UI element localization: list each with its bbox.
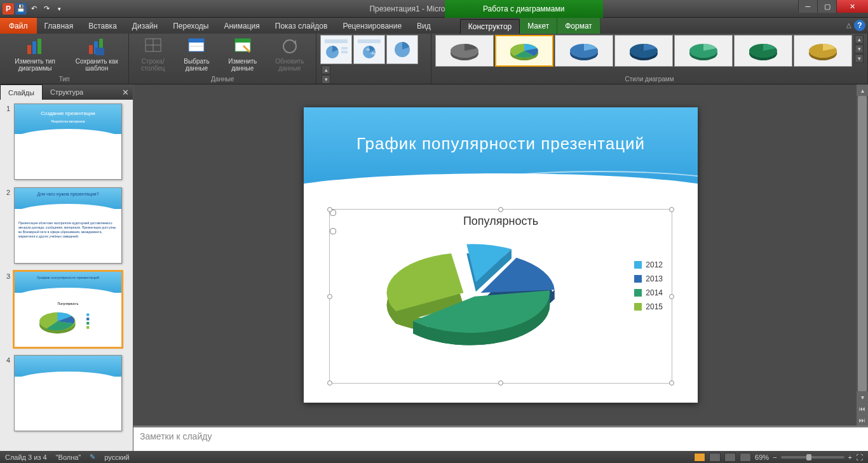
tab-view[interactable]: Вид xyxy=(409,18,438,34)
chart-style-6[interactable] xyxy=(734,35,792,67)
minimize-ribbon-icon[interactable]: △ xyxy=(846,22,851,29)
change-chart-type-button[interactable]: Изменить тип диаграммы xyxy=(4,35,66,73)
svg-rect-18 xyxy=(341,47,348,50)
chart-tools-contextual-label: Работа с диаграммами xyxy=(445,0,603,18)
chart-style-1[interactable] xyxy=(435,35,494,67)
select-data-label: Выбрать данные xyxy=(178,58,215,72)
maximize-button[interactable]: ▢ xyxy=(817,0,836,13)
slide-thumbnail-2[interactable]: Для чего нужна презентация? Презентация … xyxy=(14,187,122,264)
prev-slide-icon[interactable]: ⏮ xyxy=(857,403,868,414)
quick-access-toolbar: P 💾 ↶ ↷ ▾ xyxy=(0,3,65,15)
svg-rect-19 xyxy=(341,51,348,53)
tab-home[interactable]: Главная xyxy=(37,18,81,34)
language-indicator[interactable]: русский xyxy=(104,453,129,461)
minimize-button[interactable]: ─ xyxy=(798,0,817,13)
edit-data-icon xyxy=(233,36,253,57)
edit-data-button[interactable]: Изменить данные xyxy=(220,35,265,73)
save-as-template-button[interactable]: Сохранить как шаблон xyxy=(69,35,125,73)
chart-layout-2[interactable]: -%-% xyxy=(353,35,385,64)
slide-thumbnail-4[interactable] xyxy=(14,355,122,431)
chart-style-7[interactable] xyxy=(794,35,852,67)
thumb-number: 4 xyxy=(3,355,10,431)
tab-slideshow[interactable]: Показ слайдов xyxy=(268,18,336,34)
switch-rc-label: Строка/столбец xyxy=(135,58,170,72)
styles-more[interactable]: ▾ xyxy=(855,54,864,63)
sorter-view-button[interactable] xyxy=(709,453,721,462)
tab-design[interactable]: Дизайн xyxy=(125,18,165,34)
thumbnails-list[interactable]: 1 Создание презентации Разработка матери… xyxy=(0,100,133,451)
close-pane-icon[interactable]: ✕ xyxy=(122,88,129,97)
help-icon[interactable]: ? xyxy=(854,20,865,31)
slide-position: Слайд 3 из 4 xyxy=(5,453,47,461)
vertical-scrollbar[interactable]: ▴ ▾ ⏮ ⏭ xyxy=(857,84,868,426)
chart-layout-1[interactable] xyxy=(320,35,352,64)
slide-title[interactable]: График популярности презентаций xyxy=(304,134,698,154)
save-icon[interactable]: 💾 xyxy=(15,3,27,15)
styles-scroll-up[interactable]: ▴ xyxy=(855,35,864,44)
scroll-down-icon[interactable]: ▾ xyxy=(857,391,868,403)
slide-canvas[interactable]: График популярности презентаций Популярн… xyxy=(133,84,868,426)
notes-pane[interactable]: Заметки к слайду xyxy=(133,426,868,451)
tab-outline[interactable]: Структура xyxy=(43,84,91,100)
spell-check-icon[interactable]: ✎ xyxy=(90,453,95,461)
change-chart-type-label: Изменить тип диаграммы xyxy=(6,58,64,72)
app-icon[interactable]: P xyxy=(3,3,14,15)
zoom-in-button[interactable]: + xyxy=(848,453,852,461)
undo-icon[interactable]: ↶ xyxy=(28,3,39,15)
close-button[interactable]: ✕ xyxy=(836,0,868,13)
tab-chart-format[interactable]: Формат xyxy=(557,18,600,34)
zoom-slider[interactable] xyxy=(781,456,844,459)
window-controls: ─ ▢ ✕ xyxy=(798,0,868,13)
slideshow-view-button[interactable] xyxy=(740,453,751,462)
svg-text:-%: -% xyxy=(370,51,376,55)
reading-view-button[interactable] xyxy=(724,453,736,462)
tab-slides[interactable]: Слайды xyxy=(0,84,43,100)
svg-rect-0 xyxy=(27,45,31,54)
chart-layout-3[interactable] xyxy=(386,35,418,64)
ribbon-group-layouts: -%-% ▴ ▾ ▾ Макеты диаграмм xyxy=(316,34,431,84)
slide-thumbnail-3[interactable]: График популярности презентаций Популярн… xyxy=(14,271,122,347)
zoom-level[interactable]: 69% xyxy=(755,453,769,461)
fit-to-window-button[interactable]: ⛶ xyxy=(856,453,863,461)
redo-icon[interactable]: ↷ xyxy=(41,3,52,15)
group-label-data: Данные xyxy=(133,74,312,84)
ribbon: Изменить тип диаграммы Сохранить как шаб… xyxy=(0,34,868,84)
svg-rect-41 xyxy=(86,314,89,316)
chart-style-2[interactable] xyxy=(495,35,553,67)
tab-transitions[interactable]: Переходы xyxy=(165,18,216,34)
next-slide-icon[interactable]: ⏭ xyxy=(857,414,868,426)
scroll-thumb[interactable] xyxy=(858,96,867,391)
legend-label: 2012 xyxy=(646,260,663,269)
tab-file[interactable]: Файл xyxy=(0,18,37,34)
svg-rect-6 xyxy=(95,48,104,55)
qat-more-icon[interactable]: ▾ xyxy=(53,3,65,15)
tab-chart-design[interactable]: Конструктор xyxy=(460,19,520,34)
chart-title[interactable]: Популярность xyxy=(330,215,672,228)
slide-thumbnail-1[interactable]: Создание презентации Разработка материал… xyxy=(14,104,122,180)
chart-object[interactable]: Популярность xyxy=(329,209,672,384)
tab-insert[interactable]: Вставка xyxy=(81,18,125,34)
switch-rc-icon xyxy=(143,36,163,57)
tab-animation[interactable]: Анимация xyxy=(216,18,267,34)
zoom-out-button[interactable]: − xyxy=(773,453,776,461)
svg-rect-2 xyxy=(37,39,41,54)
styles-scroll-down[interactable]: ▾ xyxy=(855,44,864,53)
scroll-up-icon[interactable]: ▴ xyxy=(857,84,868,96)
chart-style-3[interactable] xyxy=(555,35,613,67)
chart-style-4[interactable] xyxy=(614,35,673,67)
chart-style-5[interactable] xyxy=(674,35,733,67)
pie-chart[interactable] xyxy=(349,235,595,370)
chart-legend[interactable]: 2012 2013 2014 2015 xyxy=(634,260,663,316)
normal-view-button[interactable] xyxy=(694,453,705,462)
title-bar: P 💾 ↶ ↷ ▾ Презентация1 - Microsoft Power… xyxy=(0,0,868,18)
tab-review[interactable]: Рецензирование xyxy=(335,18,409,34)
svg-rect-11 xyxy=(189,39,204,43)
save-template-label: Сохранить как шаблон xyxy=(71,58,122,72)
select-data-button[interactable]: Выбрать данные xyxy=(175,35,217,73)
current-slide[interactable]: График популярности презентаций Популярн… xyxy=(304,107,698,403)
svg-rect-3 xyxy=(89,45,93,54)
layouts-scroll-up[interactable]: ▴ xyxy=(322,65,330,74)
tab-chart-layout[interactable]: Макет xyxy=(520,18,557,34)
thumb-number: 1 xyxy=(3,104,10,180)
layouts-scroll-down[interactable]: ▾ xyxy=(322,75,330,84)
